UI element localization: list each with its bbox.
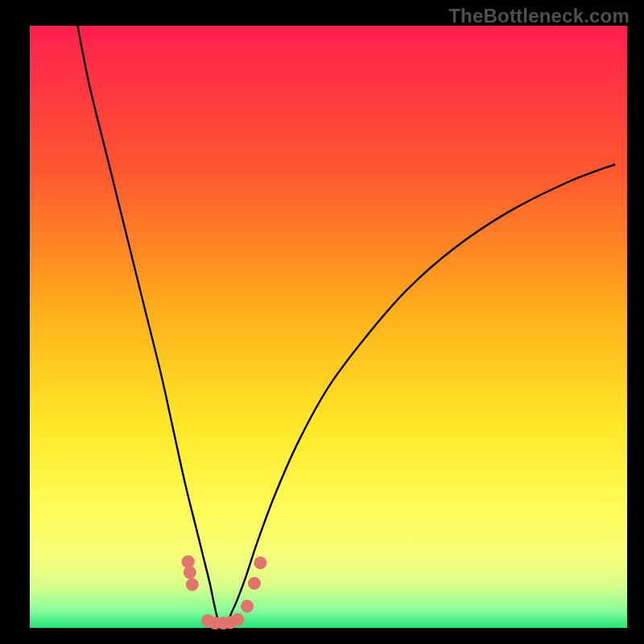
plot-background [30,26,627,628]
chart-frame: TheBottleneck.com [0,0,644,644]
data-marker [184,566,196,579]
data-marker [248,577,261,590]
data-marker [241,600,254,613]
data-marker [182,555,195,568]
data-marker [254,556,266,569]
data-marker [186,578,199,591]
bottleneck-chart [0,0,644,644]
data-marker [231,613,244,626]
